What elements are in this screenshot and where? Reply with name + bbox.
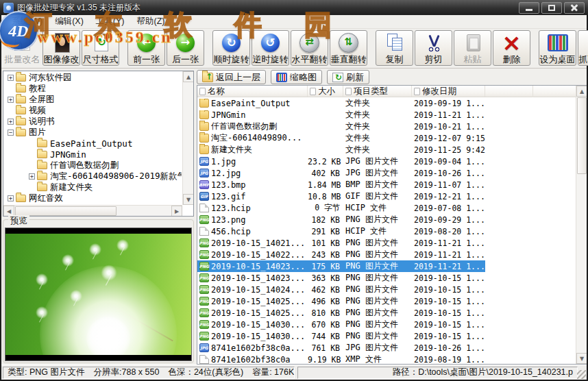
column-header[interactable]: 大小: [308, 86, 343, 97]
file-name-cell: 123.hcip: [197, 204, 308, 213]
list-toolbar-button[interactable]: 刷新: [327, 70, 369, 84]
window-title: 图像批处理专家 v1.35 未注册版本: [17, 2, 140, 14]
scroll-right-arrow[interactable]: ▶: [171, 206, 182, 217]
toolbar-button[interactable]: 复制: [376, 30, 413, 66]
column-header-label: 修改日期: [422, 86, 456, 97]
toolbar-button-label: 抓取屏幕: [579, 55, 588, 64]
menu-item[interactable]: 系统(W): [5, 14, 49, 29]
tree-item[interactable]: 新建文件夹: [4, 182, 182, 193]
toolbar-button[interactable]: 图像修改: [42, 30, 80, 66]
tree-item[interactable]: − 图片: [4, 127, 182, 138]
toolbar-button[interactable]: 粘贴: [454, 30, 491, 66]
file-row[interactable]: 2019-10-15_14024... 462 KB PNG 图片文件 2019…: [197, 284, 485, 295]
scroll-thumb[interactable]: [15, 206, 117, 216]
scroll-up-arrow[interactable]: ▲: [183, 71, 194, 82]
toolbar-button[interactable]: 尺寸格式: [82, 30, 119, 66]
column-header-label: 名称: [208, 86, 225, 97]
file-date-cell: 2019-08-19 1...: [412, 355, 485, 365]
toolbar-button-icon: [221, 32, 242, 53]
toolbar-button[interactable]: 剪切: [415, 30, 452, 66]
toolbar-button[interactable]: 顺时旋转: [212, 30, 250, 66]
file-row[interactable]: 新建文件夹 文件夹 2019-11-25 9:42: [197, 144, 485, 156]
file-type-icon: [199, 169, 209, 177]
file-row[interactable]: 仟首调色数据勿删 文件夹 2019-10-21 1...: [197, 121, 485, 132]
tree-item[interactable]: + 河东软件园: [4, 72, 182, 83]
file-row[interactable]: 2019-10-15_14023... 363 KB PNG 图片文件 2019…: [197, 272, 485, 284]
file-list: EasePaint_Output 文件夹 2019-09-19 1... JPN…: [197, 97, 576, 364]
toolbar-button[interactable]: 批量改名: [3, 30, 41, 66]
file-row[interactable]: 8741e1602bf38c0a 9.19 KB XMP 文件 2019-08-…: [197, 354, 485, 364]
tree-expand-toggle[interactable]: +: [8, 75, 14, 81]
toolbar-button[interactable]: 逆时旋转: [252, 30, 289, 66]
menu-item[interactable]: 帮助(Z): [130, 14, 171, 29]
tree-item-label: 河东软件园: [29, 72, 72, 84]
toolbar-button[interactable]: 垂直翻转: [330, 30, 367, 66]
menu-item[interactable]: 工具(Y): [90, 14, 131, 29]
column-header[interactable]: 名称: [197, 86, 308, 97]
file-row[interactable]: 456.hcip 291 KB HCIP 文件 2019-08-20 1...: [197, 225, 485, 237]
tree-item-label: 新建文件夹: [50, 182, 93, 193]
tree-item[interactable]: 教程: [4, 83, 182, 94]
list-toolbar-button[interactable]: 缩略图: [271, 70, 322, 84]
close-button[interactable]: [564, 2, 585, 14]
tree-item[interactable]: + 全屏图: [4, 94, 182, 105]
scroll-up-arrow[interactable]: ▲: [576, 86, 587, 97]
file-row[interactable]: 1.jpg 23.2 KB JPG 图片文件 2019-09-04 1...: [197, 156, 485, 167]
scroll-down-arrow[interactable]: ▼: [183, 194, 194, 205]
toolbar-button[interactable]: 抓取屏幕: [578, 30, 588, 66]
toolbar-button-label: 批量改名: [5, 55, 40, 64]
column-header[interactable]: 项目类型: [343, 86, 412, 97]
toolbar-button-icon: [175, 32, 196, 53]
folder-icon: [16, 107, 26, 114]
file-row[interactable]: JPNGmin 文件夹 2019-11-21 1...: [197, 109, 485, 121]
file-row[interactable]: 2019-10-15_14030... 744 KB PNG 图片文件 2019…: [197, 330, 485, 342]
file-row[interactable]: 123.hcip 0 字节 HCIP 文件 2019-07-08 1...: [197, 202, 485, 214]
file-name-cell: 8741e1602bf38c0a...: [197, 343, 308, 353]
toolbar-button[interactable]: 删除: [493, 30, 530, 66]
toolbar-button[interactable]: 水平翻转: [291, 30, 328, 66]
tree-expand-toggle[interactable]: +: [29, 173, 35, 180]
scroll-thumb[interactable]: [577, 97, 587, 174]
menu-item[interactable]: 编辑(X): [49, 14, 90, 29]
toolbar-button[interactable]: 前一张: [127, 30, 165, 66]
list-vertical-scrollbar[interactable]: ▲ ▼: [576, 86, 587, 364]
file-row[interactable]: 12.jpg 402 KB JPG 图片文件 2019-10-26 1...: [197, 167, 485, 179]
file-type-icon: [199, 122, 209, 131]
file-row[interactable]: 123.gif 10.8 MB GIF 图片文件 2019-12-21 1...: [197, 190, 485, 202]
tree-expand-toggle[interactable]: +: [8, 119, 14, 125]
file-row[interactable]: 2019-10-15_14030... 670 KB PNG 图片文件 2019…: [197, 319, 485, 330]
file-row[interactable]: EasePaint_Output 文件夹 2019-09-19 1...: [197, 97, 485, 109]
file-row[interactable]: 淘宝-60614049890... 文件夹 2019-12-07 9:15: [197, 132, 485, 144]
tree-expand-toggle[interactable]: +: [8, 195, 14, 201]
toolbar-button[interactable]: 设为桌面: [539, 30, 576, 66]
tree-horizontal-scrollbar[interactable]: ◀ ▶: [3, 205, 182, 216]
tree-item[interactable]: + 网红音效: [4, 193, 182, 204]
file-type-icon: [199, 297, 209, 306]
scroll-down-arrow[interactable]: ▼: [576, 353, 587, 364]
column-header[interactable]: 修改日期: [412, 86, 485, 97]
maximize-button[interactable]: [541, 2, 562, 14]
tree-item[interactable]: 仟首调色数据勿删: [4, 160, 182, 171]
tree-item[interactable]: + 说明书: [4, 116, 182, 127]
file-row[interactable]: 2019-10-15_14023... 175 KB PNG 图片文件 2019…: [197, 260, 485, 272]
tree-expand-toggle[interactable]: −: [8, 130, 14, 136]
file-row[interactable]: 123.bmp 1.84 MB BMP 图片文件 2019-11-07 1...: [197, 179, 485, 190]
resize-grip[interactable]: [577, 370, 586, 379]
tree-item[interactable]: EasePaint_Output: [4, 138, 182, 149]
file-row[interactable]: 2019-10-15_14021... 101 KB PNG 图片文件 2019…: [197, 237, 485, 249]
list-toolbar-button[interactable]: 返回上一层: [197, 70, 266, 84]
file-date-cell: 2019-11-21 1...: [412, 262, 485, 271]
tree-vertical-scrollbar[interactable]: ▲ ▼: [182, 71, 193, 205]
tree-expand-toggle[interactable]: +: [8, 97, 14, 103]
file-row[interactable]: 2019-10-15_14022... 243 KB PNG 图片文件 2019…: [197, 249, 485, 260]
toolbar-button[interactable]: 后一张: [167, 30, 204, 66]
file-name-cell: 2019-10-15_14030...: [197, 320, 308, 330]
file-row[interactable]: 2019-10-15_14025... 496 KB PNG 图片文件 2019…: [197, 295, 485, 307]
tree-item[interactable]: 视频: [4, 105, 182, 116]
minimize-button[interactable]: [519, 2, 539, 14]
tree-item[interactable]: + 淘宝-606140498906-2019新款气质加: [4, 171, 182, 182]
file-row[interactable]: 2019-10-15_14025... 810 KB PNG 图片文件 2019…: [197, 307, 485, 319]
tree-item[interactable]: JPNGmin: [4, 149, 182, 160]
file-row[interactable]: 123.png 182 KB PNG 图片文件 2019-09-29 1...: [197, 214, 485, 225]
file-row[interactable]: 8741e1602bf38c0a... 761 KB JPG 图片文件 2019…: [197, 342, 485, 354]
